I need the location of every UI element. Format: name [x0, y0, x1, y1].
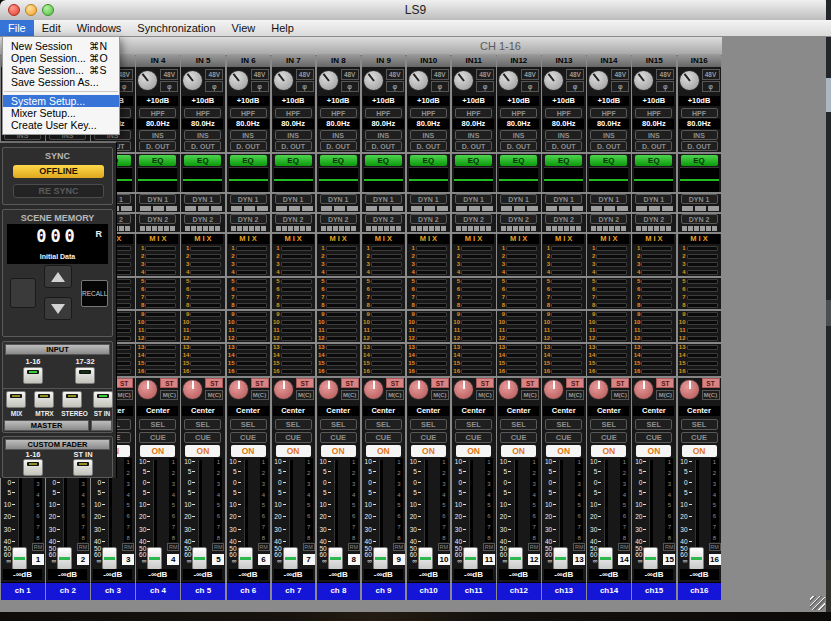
mix-send-slot[interactable] — [145, 328, 176, 333]
cue-button[interactable]: CUE — [320, 432, 357, 443]
cue-button[interactable]: CUE — [365, 432, 402, 443]
st-assign-indicator[interactable]: ST — [702, 378, 720, 388]
mono-indicator[interactable]: M(C) — [476, 390, 494, 400]
on-button[interactable]: ON — [411, 445, 446, 457]
sel-button[interactable]: SEL — [230, 419, 267, 430]
mix-send-slot[interactable] — [190, 287, 221, 292]
direct-out-button[interactable]: D. OUT — [635, 141, 672, 151]
hpf-button[interactable]: HPF — [365, 108, 402, 118]
dyn2-button[interactable]: DYN 2 — [681, 214, 718, 224]
mix-send-slot[interactable] — [596, 353, 627, 358]
hpf-button[interactable]: HPF — [500, 108, 537, 118]
mix-send-slot[interactable] — [687, 320, 718, 325]
menubar-item-synchronization[interactable]: Synchronization — [129, 20, 223, 36]
mix-send-slot[interactable] — [551, 279, 582, 284]
mix-send-slot[interactable] — [506, 279, 537, 284]
mix-send-slot[interactable] — [190, 312, 221, 317]
mix-send-slot[interactable] — [236, 369, 267, 374]
hpf-button[interactable]: HPF — [275, 108, 312, 118]
on-button[interactable]: ON — [231, 445, 266, 457]
eq-button[interactable]: EQ — [545, 155, 582, 166]
gain-knob[interactable] — [543, 70, 564, 91]
dyn1-button[interactable]: DYN 1 — [590, 194, 627, 204]
cue-button[interactable]: CUE — [545, 432, 582, 443]
dyn2-button[interactable]: DYN 2 — [230, 214, 267, 224]
pan-knob[interactable] — [498, 379, 519, 400]
insert-button[interactable]: INS — [545, 130, 582, 140]
fader-cap[interactable] — [418, 547, 433, 570]
mix-send-slot[interactable] — [145, 361, 176, 366]
direct-out-button[interactable]: D. OUT — [365, 141, 402, 151]
mix-send-slot[interactable] — [461, 279, 492, 284]
mix-send-slot[interactable] — [416, 336, 447, 341]
phantom-48v-button[interactable]: 48V — [431, 69, 449, 80]
mix-send-slot[interactable] — [551, 312, 582, 317]
mix-send-slot[interactable] — [281, 345, 312, 350]
insert-button[interactable]: INS — [455, 130, 492, 140]
pan-knob[interactable] — [633, 379, 654, 400]
dyn2-button[interactable]: DYN 2 — [139, 214, 176, 224]
mix-send-slot[interactable] — [236, 270, 267, 275]
phase-button[interactable]: φ — [251, 81, 269, 92]
dyn1-button[interactable]: DYN 1 — [184, 194, 221, 204]
gain-knob[interactable] — [633, 70, 654, 91]
dyn2-button[interactable]: DYN 2 — [275, 214, 312, 224]
phase-button[interactable]: φ — [656, 81, 674, 92]
mix-send-slot[interactable] — [236, 328, 267, 333]
mix-send-slot[interactable] — [190, 270, 221, 275]
on-button[interactable]: ON — [636, 445, 671, 457]
sel-button[interactable]: SEL — [184, 419, 221, 430]
direct-out-button[interactable]: D. OUT — [184, 141, 221, 151]
mix-send-slot[interactable] — [416, 254, 447, 259]
mix-send-slot[interactable] — [236, 303, 267, 308]
mix-send-slot[interactable] — [551, 254, 582, 259]
mix-send-slot[interactable] — [236, 295, 267, 300]
mix-send-slot[interactable] — [506, 345, 537, 350]
mix-send-slot[interactable] — [145, 336, 176, 341]
resize-grip[interactable] — [810, 596, 825, 610]
mix-send-slot[interactable] — [281, 287, 312, 292]
mix-send-slot[interactable] — [596, 361, 627, 366]
mono-indicator[interactable]: M(C) — [521, 390, 539, 400]
mix-send-slot[interactable] — [506, 303, 537, 308]
offline-indicator[interactable]: OFFLINE — [13, 165, 104, 178]
dyn2-button[interactable]: DYN 2 — [184, 214, 221, 224]
on-button[interactable]: ON — [456, 445, 491, 457]
layer-matrix-button[interactable] — [34, 391, 54, 408]
mix-send-slot[interactable] — [641, 254, 672, 259]
pan-knob[interactable] — [363, 379, 384, 400]
mix-send-slot[interactable] — [416, 287, 447, 292]
menubar-item-windows[interactable]: Windows — [69, 20, 130, 36]
mix-send-slot[interactable] — [596, 295, 627, 300]
fader-cap[interactable] — [373, 547, 388, 570]
menu-item-save-session-as[interactable]: Save Session As... — [3, 76, 119, 88]
mix-send-slot[interactable] — [416, 262, 447, 267]
on-button[interactable]: ON — [276, 445, 311, 457]
menu-item-system-setup[interactable]: System Setup... — [3, 95, 119, 107]
mix-send-slot[interactable] — [596, 312, 627, 317]
cue-button[interactable]: CUE — [184, 432, 221, 443]
mix-send-slot[interactable] — [687, 345, 718, 350]
resync-button[interactable]: RE SYNC — [13, 184, 104, 198]
mix-send-slot[interactable] — [281, 303, 312, 308]
mix-send-slot[interactable] — [596, 270, 627, 275]
fader-cap[interactable] — [553, 547, 568, 570]
mono-indicator[interactable]: M(C) — [341, 390, 359, 400]
cue-button[interactable]: CUE — [275, 432, 312, 443]
mix-send-slot[interactable] — [506, 369, 537, 374]
mix-send-slot[interactable] — [461, 303, 492, 308]
mix-send-slot[interactable] — [190, 262, 221, 267]
dyn1-button[interactable]: DYN 1 — [455, 194, 492, 204]
mix-send-slot[interactable] — [145, 369, 176, 374]
phase-button[interactable]: φ — [702, 81, 720, 92]
eq-button[interactable]: EQ — [365, 155, 402, 166]
mix-send-slot[interactable] — [416, 361, 447, 366]
mix-send-slot[interactable] — [461, 270, 492, 275]
eq-button[interactable]: EQ — [500, 155, 537, 166]
mix-send-slot[interactable] — [326, 279, 357, 284]
mix-send-slot[interactable] — [687, 369, 718, 374]
fader-cap[interactable] — [192, 547, 207, 570]
menubar-item-file[interactable]: File — [0, 20, 34, 36]
eq-button[interactable]: EQ — [184, 155, 221, 166]
mix-send-slot[interactable] — [371, 270, 402, 275]
